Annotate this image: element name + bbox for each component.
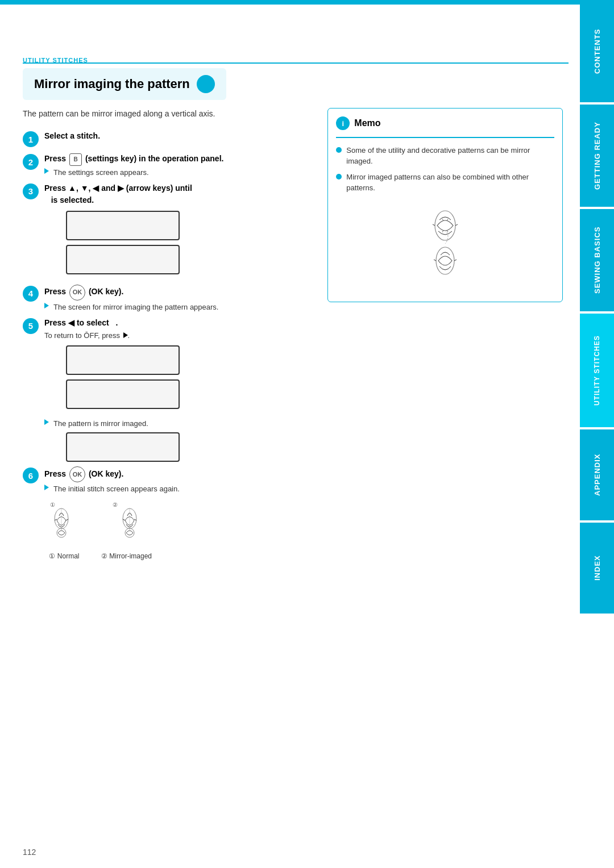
pattern-mirrored: ② ② Mirror-imaged: [101, 499, 152, 560]
step-circle-1: 1: [23, 131, 39, 147]
sidebar-tab-index[interactable]: INDEX: [580, 523, 614, 614]
memo-item-2: Mirror imaged patterns can also be combi…: [336, 172, 554, 194]
svg-text:①: ①: [50, 502, 55, 508]
left-column: The pattern can be mirror imaged along a…: [23, 108, 305, 560]
bullet-1: [336, 147, 342, 153]
normal-label: ① Normal: [49, 552, 79, 560]
step-1-content: Select a stitch.: [44, 130, 305, 142]
arrow-icon: [44, 168, 49, 174]
step-3: 3 Press ▲, ▼, ◀ and ▶ (arrow keys) until…: [23, 182, 305, 279]
ok-key-icon-6: OK: [69, 466, 85, 482]
step-6-content: Press OK (OK key). The initial stitch sc…: [44, 466, 305, 493]
step-4-content: Press OK (OK key). The screen for mirror…: [44, 285, 305, 311]
step-5-content: Press ◀ to select . To return to ŌFF, pr…: [44, 317, 305, 414]
sidebar-tab-appendix[interactable]: APPENDIX: [580, 429, 614, 520]
step-circle-5: 5: [23, 318, 39, 334]
step-circle-6: 6: [23, 468, 39, 483]
step-2-content: Press B (settings key) in the operation …: [44, 153, 305, 177]
screen-mockup-3a: [66, 211, 180, 240]
step-5: 5 Press ◀ to select . To return to ŌFF, …: [23, 317, 305, 414]
step-3-text: Press ▲, ▼, ◀ and ▶ (arrow keys) until i…: [44, 182, 305, 206]
step-6: 6 Press OK (OK key). The initial stitch …: [23, 466, 305, 493]
pattern-row: ① ① Normal: [44, 499, 305, 560]
main-content: Mirror imaging the pattern The pattern c…: [23, 68, 563, 845]
memo-separator: [336, 137, 554, 138]
arrow-icon-4: [44, 303, 49, 308]
step-circle-3: 3: [23, 183, 39, 199]
mirrored-pattern-svg: ②: [107, 499, 147, 550]
section-divider: [23, 62, 569, 64]
memo-icon: i: [336, 116, 350, 130]
title-box: Mirror imaging the pattern: [23, 68, 226, 100]
step-circle-4: 4: [23, 286, 39, 302]
normal-pattern-svg: ①: [44, 499, 84, 550]
svg-point-15: [436, 247, 454, 274]
step-3-content: Press ▲, ▼, ◀ and ▶ (arrow keys) until i…: [44, 182, 305, 279]
svg-line-17: [454, 260, 457, 261]
page-number: 112: [23, 848, 36, 857]
mirror-label: ② Mirror-imaged: [101, 552, 152, 560]
intro-text: The pattern can be mirror imaged along a…: [23, 108, 305, 120]
step-6-sub: The initial stitch screen appears again.: [44, 485, 305, 493]
step-4-sub: The screen for mirror imaging the patter…: [44, 303, 305, 311]
sidebar: CONTENTS GETTING READY SEWING BASICS UTI…: [573, 0, 614, 868]
step-circle-2: 2: [23, 154, 39, 170]
top-bar: [0, 0, 614, 5]
svg-point-12: [435, 211, 455, 240]
svg-line-14: [455, 224, 458, 226]
memo-embroidery-svg: [411, 203, 479, 294]
sidebar-tab-contents[interactable]: CONTENTS: [580, 0, 614, 102]
step-5-sub2: To return to ŌFF, press .: [44, 330, 305, 341]
page-title: Mirror imaging the pattern: [34, 77, 190, 91]
arrow-right-icon: [123, 332, 128, 338]
step-2-text: Press B (settings key) in the operation …: [44, 153, 305, 166]
step-2-sub: The settings screen appears.: [44, 168, 305, 177]
screen-mockup-5a: [66, 345, 180, 375]
mirror-imaged-sub: The pattern is mirror imaged.: [44, 419, 305, 428]
pattern-normal: ① ① Normal: [44, 499, 84, 560]
svg-line-3: [55, 519, 57, 520]
bullet-2: [336, 174, 342, 180]
memo-title-text: Memo: [354, 118, 380, 128]
memo-item-1: Some of the utility and decorative patte…: [336, 145, 554, 167]
right-column: i Memo Some of the utility and decorativ…: [327, 108, 563, 560]
svg-line-16: [434, 260, 436, 261]
two-col-layout: The pattern can be mirror imaged along a…: [23, 108, 563, 560]
step-6-text: Press OK (OK key).: [44, 466, 305, 482]
memo-box: i Memo Some of the utility and decorativ…: [327, 108, 563, 302]
mirror-imaged-note: The pattern is mirror imaged.: [44, 419, 305, 462]
sidebar-tab-utility-stitches[interactable]: UTILITY STITCHES: [580, 314, 614, 427]
screen-mockup-3b: [66, 245, 180, 274]
screen-mockup-mirror: [66, 432, 180, 462]
svg-text:②: ②: [113, 502, 118, 508]
settings-key-icon: B: [69, 153, 82, 166]
step-4-text: Press OK (OK key).: [44, 285, 305, 301]
arrow-icon-6: [44, 485, 49, 490]
sidebar-tab-getting-ready[interactable]: GETTING READY: [580, 105, 614, 207]
arrow-icon-mirror: [44, 419, 49, 425]
screen-mockup-5b: [66, 379, 180, 409]
step-2: 2 Press B (settings key) in the operatio…: [23, 153, 305, 177]
svg-line-9: [134, 519, 136, 520]
memo-title: i Memo: [336, 116, 554, 130]
step-4: 4 Press OK (OK key). The screen for mirr…: [23, 285, 305, 311]
svg-line-13: [433, 224, 435, 226]
step-5-text: Press ◀ to select .: [44, 317, 305, 329]
title-icon: [197, 75, 215, 93]
ok-key-icon-4: OK: [69, 285, 85, 301]
step-1-text: Select a stitch.: [44, 130, 305, 142]
sidebar-tab-sewing-basics[interactable]: SEWING BASICS: [580, 209, 614, 311]
step-1: 1 Select a stitch.: [23, 130, 305, 147]
